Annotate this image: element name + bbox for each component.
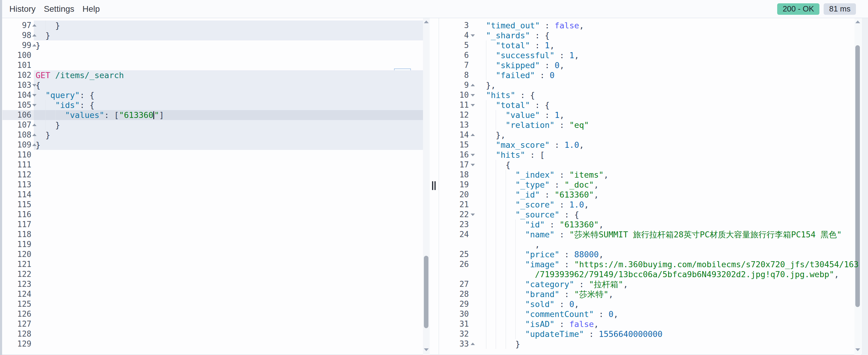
request-line-number: 108 — [2, 130, 31, 140]
menu-item-help[interactable]: Help — [82, 4, 100, 14]
request-line-number: 97 — [2, 21, 31, 30]
request-line-number: 126 — [2, 309, 31, 319]
response-line-number: 31 — [440, 319, 469, 329]
request-code-line[interactable]: "values": ["613360"] — [36, 110, 164, 120]
request-code-line[interactable]: } — [36, 130, 51, 140]
fold-toggle-icon[interactable] — [471, 104, 475, 106]
request-code-line[interactable]: } — [36, 40, 40, 51]
response-line-number: 16 — [440, 150, 469, 160]
request-line-number: 124 — [2, 289, 31, 299]
response-code-line[interactable]: }, — [476, 130, 506, 140]
response-line-number: 22 — [440, 209, 469, 220]
response-code-line[interactable]: "skipped" : 0, — [476, 60, 564, 70]
scroll-up-arrow[interactable] — [424, 21, 429, 23]
response-line-number: 13 — [440, 120, 469, 130]
menu-item-history[interactable]: History — [9, 4, 36, 14]
request-line-number: 113 — [2, 180, 31, 190]
response-code-line[interactable]: "price" : 88000, — [476, 250, 604, 259]
request-block-highlight — [34, 130, 423, 140]
request-line-number: 120 — [2, 250, 31, 259]
response-code-line[interactable]: /719393962/79149/13bcc06a/5bfca9b6N49320… — [476, 269, 839, 279]
page-left-strip — [0, 0, 2, 355]
request-block-highlight — [34, 80, 423, 90]
request-line-number: 103 — [2, 80, 31, 90]
request-line-number: 129 — [2, 339, 31, 349]
request-line-number: 121 — [2, 259, 31, 269]
fold-toggle-icon[interactable] — [471, 164, 475, 166]
request-code-line[interactable]: } — [36, 120, 60, 130]
panel-divider-line — [439, 18, 439, 355]
scroll-down-arrow[interactable] — [855, 348, 860, 351]
response-code-line[interactable]: "sold" : 0, — [476, 299, 579, 309]
request-line-number: 104 — [2, 90, 31, 100]
request-line-number: 118 — [2, 229, 31, 239]
response-code-line[interactable]: "_id" : "613360", — [476, 190, 598, 200]
request-block-highlight — [34, 140, 423, 150]
request-line-number: 101 — [2, 60, 31, 70]
response-code-line[interactable]: "_score" : 1.0, — [476, 200, 589, 209]
response-status-badges: 200 - OK 81 ms — [777, 3, 856, 15]
response-line-number: 28 — [440, 289, 469, 299]
response-code-line[interactable]: "total" : 1, — [476, 40, 555, 51]
response-code-line[interactable]: "hits" : { — [476, 90, 535, 100]
request-line-number: 100 — [2, 51, 31, 60]
fold-toggle-icon[interactable] — [471, 214, 475, 216]
response-code-line[interactable]: "brand" : "莎米特", — [476, 289, 613, 299]
request-block-highlight — [34, 120, 423, 130]
response-code-line[interactable]: "value" : 1, — [476, 110, 564, 120]
response-code-line[interactable]: "hits" : [ — [476, 150, 545, 160]
request-scrollbar-track[interactable] — [423, 18, 430, 355]
response-code-line[interactable]: "total" : { — [476, 100, 550, 110]
response-line-number: 12 — [440, 110, 469, 120]
response-code-line[interactable]: }, — [476, 80, 496, 90]
request-line-number: 114 — [2, 190, 31, 200]
status-code-badge: 200 - OK — [777, 3, 819, 15]
response-code-line[interactable]: "image" : "https://m.360buyimg.com/mobil… — [476, 259, 859, 269]
response-code-line[interactable]: { — [476, 160, 510, 170]
response-code-line[interactable]: "id" : "613360", — [476, 220, 604, 229]
response-code-line[interactable]: "isAD" : false, — [476, 319, 598, 329]
fold-toggle-icon[interactable] — [471, 84, 475, 86]
request-code-line[interactable]: } — [36, 21, 60, 30]
console-toolbar: HistorySettingsHelp 200 - OK 81 ms — [2, 0, 868, 18]
request-code-line[interactable]: "query": { — [36, 90, 94, 100]
response-code-line[interactable]: "category" : "拉杆箱", — [476, 279, 628, 289]
request-code-line[interactable]: GET /items/_search — [36, 70, 124, 80]
fold-toggle-icon[interactable] — [471, 94, 475, 97]
scroll-down-arrow[interactable] — [424, 348, 429, 351]
fold-toggle-icon[interactable] — [471, 343, 475, 345]
fold-toggle-icon[interactable] — [471, 34, 475, 37]
response-code-line[interactable]: "max_score" : 1.0, — [476, 140, 584, 150]
response-code-line[interactable]: "failed" : 0 — [476, 70, 555, 80]
response-code-line[interactable]: "name" : "莎米特SUMMIT 旅行拉杆箱28英寸PC材质大容量旅行行李… — [476, 229, 842, 239]
menu-item-settings[interactable]: Settings — [44, 4, 74, 14]
response-line-number: 30 — [440, 309, 469, 319]
response-code-line[interactable]: "commentCount" : 0, — [476, 309, 618, 319]
response-scrollbar-track[interactable] — [855, 18, 861, 355]
console-menu: HistorySettingsHelp — [2, 4, 100, 14]
response-code-line[interactable]: "_index" : "items", — [476, 170, 609, 180]
response-code-line[interactable]: "successful" : 1, — [476, 51, 579, 60]
response-code-line[interactable]: "_source" : { — [476, 209, 579, 220]
scroll-up-arrow[interactable] — [855, 21, 860, 23]
fold-toggle-icon[interactable] — [471, 134, 475, 136]
panel-resize-handle[interactable] — [431, 181, 436, 190]
response-code-line[interactable]: , — [476, 239, 540, 250]
request-line-number: 119 — [2, 239, 31, 250]
response-code-line[interactable]: } — [476, 339, 520, 349]
response-code-line[interactable]: "relation" : "eq" — [476, 120, 589, 130]
request-line-number: 110 — [2, 150, 31, 160]
response-code-line[interactable]: "_shards" : { — [476, 30, 550, 40]
request-scrollbar-thumb[interactable] — [424, 256, 428, 328]
request-code-line[interactable]: { — [36, 80, 40, 90]
response-code-line[interactable]: "updateTime" : 1556640000000 — [476, 329, 662, 339]
request-code-line[interactable]: } — [36, 30, 51, 40]
fold-toggle-icon[interactable] — [471, 154, 475, 156]
response-line-number: 4 — [440, 30, 469, 40]
response-code-line[interactable]: "_type" : "_doc", — [476, 180, 598, 190]
request-code-line[interactable]: } — [36, 140, 40, 150]
response-line-number: 15 — [440, 140, 469, 150]
response-code-line[interactable]: "timed_out" : false, — [476, 21, 584, 30]
request-code-line[interactable]: "ids": { — [36, 100, 94, 110]
response-line-number: 23 — [440, 220, 469, 229]
